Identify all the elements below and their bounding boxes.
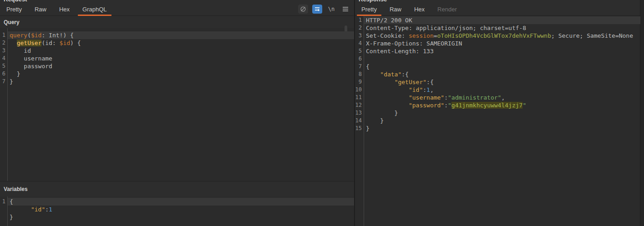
request-editor-toolbar: \n bbox=[298, 3, 350, 15]
query-editor[interactable]: 1query($id: Int!) {2 getUser(id: $id) {3… bbox=[0, 28, 354, 181]
variables-editor[interactable]: 1{ "id":1} bbox=[0, 196, 354, 226]
code-line-content: { bbox=[364, 63, 640, 70]
code-token: : bbox=[444, 102, 448, 109]
code-line: 1query($id: Int!) { bbox=[0, 31, 354, 39]
code-line: 12 "password":"g41jnmkhcyuww4l4jzj7" bbox=[355, 101, 640, 109]
tab-hex[interactable]: Hex bbox=[408, 3, 431, 15]
code-line-content bbox=[364, 55, 640, 63]
line-number bbox=[0, 213, 5, 221]
code-token: "administrator" bbox=[448, 94, 501, 101]
query-section-header-text: Query bbox=[4, 19, 20, 25]
line-number: 3 bbox=[0, 47, 5, 55]
word-wrap-icon bbox=[314, 5, 321, 13]
line-number: 4 bbox=[0, 55, 5, 62]
line-number: 10 bbox=[355, 86, 362, 94]
code-line-content: query($id: Int!) { bbox=[8, 31, 354, 39]
code-token: query bbox=[10, 32, 27, 39]
tab-raw[interactable]: Raw bbox=[383, 3, 408, 15]
code-token: , bbox=[501, 94, 505, 101]
code-token: "username" bbox=[409, 94, 444, 101]
code-token: "password" bbox=[409, 102, 444, 109]
code-line-content: "username":"administrator", bbox=[364, 94, 640, 101]
code-line-content: username bbox=[8, 55, 354, 62]
word-wrap-button[interactable] bbox=[312, 5, 322, 14]
code-line: 4 username bbox=[0, 55, 354, 62]
code-token: :{ bbox=[426, 79, 434, 85]
code-line-content: X-Frame-Options: SAMEORIGIN bbox=[364, 40, 640, 47]
line-number: 5 bbox=[355, 47, 362, 55]
code-line-content: } bbox=[364, 117, 640, 125]
code-line-content: } bbox=[364, 125, 640, 132]
hide-nonprintable-button[interactable] bbox=[298, 5, 308, 14]
line-number: 6 bbox=[0, 70, 5, 78]
tab-hex[interactable]: Hex bbox=[53, 3, 76, 15]
code-line-content: { bbox=[8, 198, 354, 206]
tab-raw[interactable]: Raw bbox=[28, 3, 53, 15]
line-number: 3 bbox=[355, 32, 362, 40]
line-number: 1 bbox=[355, 16, 362, 24]
code-token: = bbox=[434, 32, 437, 39]
line-number: 1 bbox=[0, 198, 5, 206]
code-token: "data" bbox=[380, 71, 401, 78]
show-newlines-button[interactable]: \n bbox=[326, 5, 336, 14]
code-token bbox=[366, 79, 395, 85]
tab-pretty[interactable]: Pretty bbox=[0, 3, 28, 15]
code-token: 1 bbox=[426, 86, 430, 93]
code-token: HTTP/2 200 OK bbox=[366, 17, 412, 24]
line-number: 12 bbox=[355, 101, 362, 109]
code-line-content: } bbox=[8, 213, 354, 221]
code-token: session bbox=[409, 32, 434, 39]
code-token: Content-Length: 133 bbox=[366, 48, 434, 55]
code-token: $id bbox=[60, 40, 70, 46]
code-token: g41jnmkhcyuww4l4jzj7 bbox=[451, 102, 523, 109]
tab-pretty[interactable]: Pretty bbox=[355, 3, 383, 15]
line-number: 7 bbox=[0, 78, 5, 85]
code-line: 5Content-Length: 133 bbox=[355, 47, 640, 55]
tab-graphql[interactable]: GraphQL bbox=[76, 3, 113, 15]
line-number: 2 bbox=[0, 39, 5, 47]
code-line: 3 id bbox=[0, 47, 354, 55]
request-panel: Request PrettyRawHexGraphQL \n Query 1qu… bbox=[0, 0, 354, 226]
code-token: ( bbox=[27, 32, 31, 39]
code-line-content: "data":{ bbox=[364, 70, 640, 78]
code-line: 1HTTP/2 200 OK bbox=[355, 16, 640, 24]
code-token: ; Secure; SameSite=None bbox=[551, 32, 633, 39]
code-token: { bbox=[10, 198, 13, 205]
code-line: 4X-Frame-Options: SAMEORIGIN bbox=[355, 40, 640, 47]
code-token bbox=[366, 94, 409, 101]
code-token: } bbox=[10, 78, 13, 85]
code-line: 2 getUser(id: $id) { bbox=[0, 39, 354, 47]
code-line-content: "password":"g41jnmkhcyuww4l4jzj7" bbox=[364, 101, 640, 109]
code-line: 7} bbox=[0, 78, 354, 85]
line-number bbox=[0, 206, 5, 213]
code-token: id bbox=[10, 47, 31, 54]
code-token: { bbox=[366, 63, 370, 70]
code-token: Set-Cookie: bbox=[366, 32, 409, 39]
code-line: } bbox=[0, 213, 354, 221]
request-tabbar: PrettyRawHexGraphQL \n bbox=[0, 3, 354, 16]
response-tabbar: PrettyRawHexRender bbox=[355, 3, 644, 16]
code-line: 10 "id":1, bbox=[355, 86, 640, 94]
code-line: "id":1 bbox=[0, 206, 354, 213]
code-token: 1 bbox=[49, 206, 52, 213]
response-scrollbar[interactable] bbox=[640, 0, 644, 226]
code-token: username bbox=[10, 55, 52, 62]
code-line-content: Content-Type: application/json; charset=… bbox=[364, 24, 640, 32]
code-token: } bbox=[10, 70, 20, 77]
code-token: , bbox=[430, 86, 434, 93]
code-line: 6 } bbox=[0, 70, 354, 78]
line-number: 6 bbox=[355, 55, 362, 63]
code-line-content: "getUser":{ bbox=[364, 78, 640, 86]
code-token: "id" bbox=[31, 206, 45, 213]
code-line: 1{ bbox=[0, 198, 354, 206]
code-token: $id bbox=[31, 32, 41, 39]
line-number: 13 bbox=[355, 109, 362, 117]
code-line: 7{ bbox=[355, 63, 640, 70]
code-token: " bbox=[448, 102, 451, 109]
code-line-content: } bbox=[8, 70, 354, 78]
code-token: oToHIsOPDh4VcbGlWTox7dehVxFTwwnb bbox=[437, 32, 551, 39]
response-editor[interactable]: 1HTTP/2 200 OK2Content-Type: application… bbox=[355, 16, 640, 226]
code-token: getUser bbox=[17, 40, 42, 46]
line-number: 5 bbox=[0, 62, 5, 70]
editor-menu-button[interactable] bbox=[340, 5, 350, 14]
